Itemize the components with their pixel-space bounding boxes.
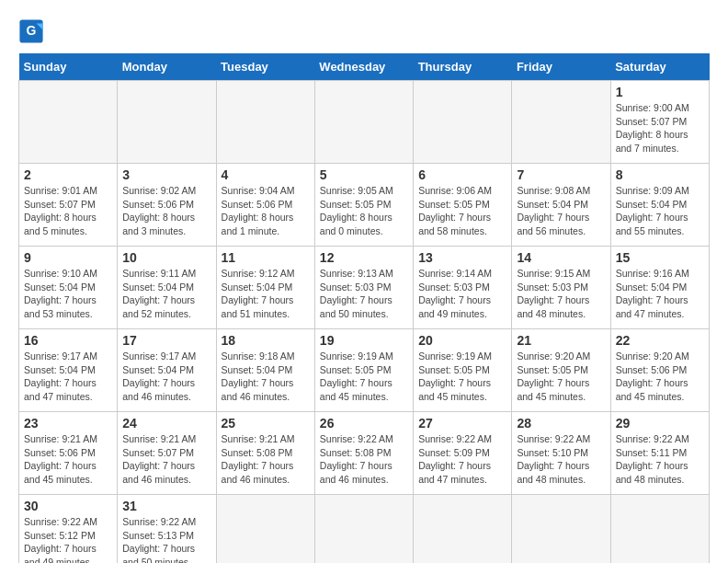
calendar-cell: 16Sunrise: 9:17 AMSunset: 5:04 PMDayligh…: [19, 329, 118, 412]
logo: G: [18, 18, 48, 44]
calendar-week-row: 16Sunrise: 9:17 AMSunset: 5:04 PMDayligh…: [19, 329, 710, 412]
calendar-week-row: 1Sunrise: 9:00 AMSunset: 5:07 PMDaylight…: [19, 81, 710, 164]
page-header: G: [18, 18, 710, 44]
calendar-cell: 25Sunrise: 9:21 AMSunset: 5:08 PMDayligh…: [216, 412, 314, 495]
calendar-header-row: SundayMondayTuesdayWednesdayThursdayFrid…: [19, 53, 710, 81]
calendar-cell: 10Sunrise: 9:11 AMSunset: 5:04 PMDayligh…: [118, 247, 216, 329]
calendar-cell: 30Sunrise: 9:22 AMSunset: 5:12 PMDayligh…: [19, 495, 118, 564]
calendar-cell: 5Sunrise: 9:05 AMSunset: 5:05 PMDaylight…: [314, 164, 413, 247]
calendar-cell: 8Sunrise: 9:09 AMSunset: 5:04 PMDaylight…: [610, 164, 709, 247]
calendar-cell: 9Sunrise: 9:10 AMSunset: 5:04 PMDaylight…: [19, 247, 118, 329]
calendar-cell: 12Sunrise: 9:13 AMSunset: 5:03 PMDayligh…: [314, 247, 413, 329]
calendar-cell: 20Sunrise: 9:19 AMSunset: 5:05 PMDayligh…: [414, 329, 512, 412]
calendar-cell: 19Sunrise: 9:19 AMSunset: 5:05 PMDayligh…: [314, 329, 413, 412]
calendar-cell: [314, 81, 413, 164]
calendar-cell: 4Sunrise: 9:04 AMSunset: 5:06 PMDaylight…: [216, 164, 314, 247]
calendar-cell: 15Sunrise: 9:16 AMSunset: 5:04 PMDayligh…: [610, 247, 709, 329]
calendar-cell: 27Sunrise: 9:22 AMSunset: 5:09 PMDayligh…: [414, 412, 512, 495]
calendar-cell: 29Sunrise: 9:22 AMSunset: 5:11 PMDayligh…: [610, 412, 709, 495]
calendar-cell: 31Sunrise: 9:22 AMSunset: 5:13 PMDayligh…: [118, 495, 216, 564]
col-header-friday: Friday: [512, 53, 610, 81]
calendar-cell: 1Sunrise: 9:00 AMSunset: 5:07 PMDaylight…: [610, 81, 709, 164]
col-header-wednesday: Wednesday: [314, 53, 413, 81]
calendar-cell: 26Sunrise: 9:22 AMSunset: 5:08 PMDayligh…: [314, 412, 413, 495]
calendar-cell: 13Sunrise: 9:14 AMSunset: 5:03 PMDayligh…: [414, 247, 512, 329]
svg-text:G: G: [27, 23, 37, 38]
calendar-cell: [414, 495, 512, 564]
calendar-cell: 3Sunrise: 9:02 AMSunset: 5:06 PMDaylight…: [118, 164, 216, 247]
calendar-cell: 21Sunrise: 9:20 AMSunset: 5:05 PMDayligh…: [512, 329, 610, 412]
calendar-cell: 18Sunrise: 9:18 AMSunset: 5:04 PMDayligh…: [216, 329, 314, 412]
calendar-cell: [512, 495, 610, 564]
calendar-cell: 7Sunrise: 9:08 AMSunset: 5:04 PMDaylight…: [512, 164, 610, 247]
calendar-cell: 11Sunrise: 9:12 AMSunset: 5:04 PMDayligh…: [216, 247, 314, 329]
calendar-cell: [216, 81, 314, 164]
calendar-cell: [610, 495, 709, 564]
calendar-cell: 28Sunrise: 9:22 AMSunset: 5:10 PMDayligh…: [512, 412, 610, 495]
calendar-cell: [216, 495, 314, 564]
calendar-week-row: 2Sunrise: 9:01 AMSunset: 5:07 PMDaylight…: [19, 164, 710, 247]
calendar-cell: [414, 81, 512, 164]
calendar-week-row: 30Sunrise: 9:22 AMSunset: 5:12 PMDayligh…: [19, 495, 710, 564]
col-header-thursday: Thursday: [414, 53, 512, 81]
col-header-tuesday: Tuesday: [216, 53, 314, 81]
calendar-cell: 23Sunrise: 9:21 AMSunset: 5:06 PMDayligh…: [19, 412, 118, 495]
calendar-table: SundayMondayTuesdayWednesdayThursdayFrid…: [18, 53, 710, 563]
col-header-sunday: Sunday: [19, 53, 118, 81]
logo-icon: G: [18, 18, 44, 44]
calendar-cell: 17Sunrise: 9:17 AMSunset: 5:04 PMDayligh…: [118, 329, 216, 412]
calendar-week-row: 23Sunrise: 9:21 AMSunset: 5:06 PMDayligh…: [19, 412, 710, 495]
calendar-cell: [118, 81, 216, 164]
calendar-cell: [19, 81, 118, 164]
calendar-cell: [314, 495, 413, 564]
calendar-week-row: 9Sunrise: 9:10 AMSunset: 5:04 PMDaylight…: [19, 247, 710, 329]
col-header-saturday: Saturday: [610, 53, 709, 81]
calendar-cell: 22Sunrise: 9:20 AMSunset: 5:06 PMDayligh…: [610, 329, 709, 412]
calendar-body: 1Sunrise: 9:00 AMSunset: 5:07 PMDaylight…: [19, 81, 710, 564]
calendar-cell: [512, 81, 610, 164]
calendar-cell: 14Sunrise: 9:15 AMSunset: 5:03 PMDayligh…: [512, 247, 610, 329]
calendar-cell: 2Sunrise: 9:01 AMSunset: 5:07 PMDaylight…: [19, 164, 118, 247]
calendar-cell: 6Sunrise: 9:06 AMSunset: 5:05 PMDaylight…: [414, 164, 512, 247]
col-header-monday: Monday: [118, 53, 216, 81]
calendar-cell: 24Sunrise: 9:21 AMSunset: 5:07 PMDayligh…: [118, 412, 216, 495]
